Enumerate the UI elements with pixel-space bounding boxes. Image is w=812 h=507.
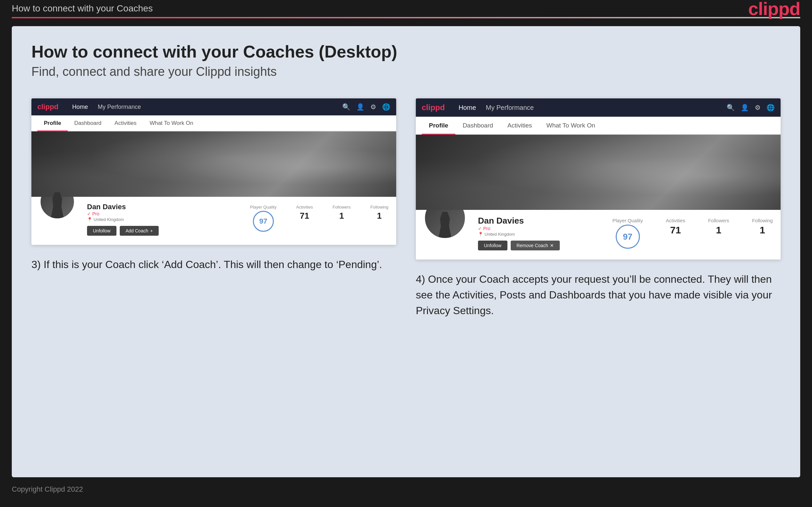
left-screenshot: clippd Home My Performance 🔍 👤 ⚙ 🌐 Profi…: [32, 98, 396, 245]
right-search-icon[interactable]: 🔍: [727, 104, 735, 111]
right-activities-value: 71: [666, 225, 685, 236]
header-divider: [12, 17, 800, 18]
add-coach-button[interactable]: Add Coach +: [120, 226, 159, 236]
right-stat-followers: Followers 1: [708, 218, 729, 249]
right-quality-label: Player Quality: [612, 218, 643, 223]
location-icon: 📍: [87, 217, 92, 222]
page-title: How to connect with your Coaches: [12, 3, 153, 14]
right-stats: Player Quality 97 Activities 71 Follower…: [612, 210, 773, 249]
left-activities-value: 71: [296, 211, 313, 221]
right-settings-icon[interactable]: ⚙: [755, 104, 761, 111]
left-followers-label: Followers: [333, 205, 351, 210]
right-profile-section: Dan Davies ✓ Pro 📍 United Kingdom Unfoll…: [416, 210, 780, 260]
left-hero-image: [32, 131, 396, 197]
top-bar: How to connect with your Coaches clippd: [0, 0, 812, 17]
right-tabs: Profile Dashboard Activities What To Wor…: [416, 117, 780, 135]
right-nav-logo: clippd: [422, 103, 445, 112]
right-globe-icon[interactable]: 🌐: [766, 104, 775, 111]
left-nav-home[interactable]: Home: [72, 104, 88, 111]
right-followers-label: Followers: [708, 218, 729, 223]
tab-profile-right[interactable]: Profile: [422, 117, 455, 135]
left-col: clippd Home My Performance 🔍 👤 ⚙ 🌐 Profi…: [32, 98, 396, 319]
user-icon[interactable]: 👤: [356, 103, 364, 111]
right-stat-quality: Player Quality 97: [612, 218, 643, 249]
left-profile-section: Dan Davies ✓ Pro 📍 United Kingdom Unfoll…: [32, 197, 396, 245]
copyright-text: Copyright Clippd 2022: [12, 485, 83, 493]
left-stat-followers: Followers 1: [333, 205, 351, 232]
right-player-role: ✓ Pro: [478, 226, 601, 231]
left-nav-icons: 🔍 👤 ⚙ 🌐: [342, 103, 390, 111]
right-stat-following: Following 1: [752, 218, 773, 249]
right-stat-activities: Activities 71: [666, 218, 685, 249]
left-nav-logo: clippd: [37, 103, 59, 111]
unfollow-button-right[interactable]: Unfollow: [478, 240, 507, 250]
left-activities-label: Activities: [296, 205, 313, 210]
left-player-role: ✓ Pro: [87, 211, 238, 216]
main-content: How to connect with your Coaches (Deskto…: [12, 26, 800, 477]
left-followers-value: 1: [333, 211, 351, 221]
left-following-label: Following: [370, 205, 388, 210]
left-profile-info: Dan Davies ✓ Pro 📍 United Kingdom Unfoll…: [87, 197, 238, 236]
right-following-value: 1: [752, 225, 773, 236]
right-action-buttons: Unfollow Remove Coach ✕: [478, 240, 601, 250]
right-check-icon: ✓: [478, 226, 482, 231]
right-player-name: Dan Davies: [478, 216, 601, 226]
left-quality-label: Player Quality: [250, 205, 276, 210]
tab-activities-right[interactable]: Activities: [500, 117, 539, 135]
left-nav: clippd Home My Performance 🔍 👤 ⚙ 🌐: [32, 98, 396, 115]
footer: Copyright Clippd 2022: [0, 485, 812, 500]
tab-activities-left[interactable]: Activities: [108, 115, 143, 131]
right-location-icon: 📍: [478, 232, 483, 237]
screenshots-row: clippd Home My Performance 🔍 👤 ⚙ 🌐 Profi…: [32, 98, 780, 319]
check-icon: ✓: [87, 211, 91, 216]
tab-profile-left[interactable]: Profile: [37, 115, 68, 131]
left-quality-circle: 97: [253, 211, 274, 232]
plus-icon: +: [150, 228, 153, 233]
left-stat-quality: Player Quality 97: [250, 205, 276, 232]
left-player-name: Dan Davies: [87, 203, 238, 211]
right-nav-icons: 🔍 👤 ⚙ 🌐: [727, 104, 775, 111]
right-followers-value: 1: [708, 225, 729, 236]
settings-icon[interactable]: ⚙: [370, 103, 376, 111]
tab-dashboard-left[interactable]: Dashboard: [68, 115, 108, 131]
right-nav-performance[interactable]: My Performance: [486, 104, 534, 111]
right-player-location: 📍 United Kingdom: [478, 232, 601, 237]
right-nav: clippd Home My Performance 🔍 👤 ⚙ 🌐: [416, 98, 780, 117]
step4-text: 4) Once your Coach accepts your request …: [416, 271, 780, 319]
remove-coach-button[interactable]: Remove Coach ✕: [511, 240, 560, 250]
right-avatar-figure: [437, 212, 453, 238]
right-col: clippd Home My Performance 🔍 👤 ⚙ 🌐 Profi…: [416, 98, 780, 319]
main-subheading: Find, connect and share your Clippd insi…: [32, 65, 780, 79]
right-activities-label: Activities: [666, 218, 685, 223]
left-stat-following: Following 1: [370, 205, 388, 232]
clippd-logo: clippd: [748, 0, 800, 19]
unfollow-button-left[interactable]: Unfollow: [87, 226, 116, 236]
left-following-value: 1: [370, 211, 388, 221]
right-screenshot: clippd Home My Performance 🔍 👤 ⚙ 🌐 Profi…: [416, 98, 780, 260]
left-action-buttons: Unfollow Add Coach +: [87, 226, 238, 236]
left-hero-texture: [32, 131, 396, 197]
search-icon[interactable]: 🔍: [342, 103, 350, 111]
left-tabs: Profile Dashboard Activities What To Wor…: [32, 115, 396, 131]
tab-dashboard-right[interactable]: Dashboard: [455, 117, 500, 135]
right-profile-info: Dan Davies ✓ Pro 📍 United Kingdom Unfoll…: [478, 210, 601, 250]
right-following-label: Following: [752, 218, 773, 223]
left-player-location: 📍 United Kingdom: [87, 217, 238, 222]
left-nav-performance[interactable]: My Performance: [98, 104, 141, 111]
tab-what-to-work-on-left[interactable]: What To Work On: [143, 115, 200, 131]
step3-text: 3) If this is your Coach click ‘Add Coac…: [32, 257, 396, 272]
right-quality-circle: 97: [616, 225, 640, 249]
left-stat-activities: Activities 71: [296, 205, 313, 232]
x-icon: ✕: [550, 243, 554, 248]
right-hero-texture: [416, 135, 780, 210]
globe-icon[interactable]: 🌐: [382, 103, 390, 111]
right-hero-image: [416, 135, 780, 210]
right-user-icon[interactable]: 👤: [741, 104, 749, 111]
left-stats: Player Quality 97 Activities 71 Follower…: [250, 197, 388, 232]
tab-what-to-work-on-right[interactable]: What To Work On: [539, 117, 602, 135]
right-nav-home[interactable]: Home: [459, 104, 476, 111]
main-heading: How to connect with your Coaches (Deskto…: [32, 42, 780, 61]
